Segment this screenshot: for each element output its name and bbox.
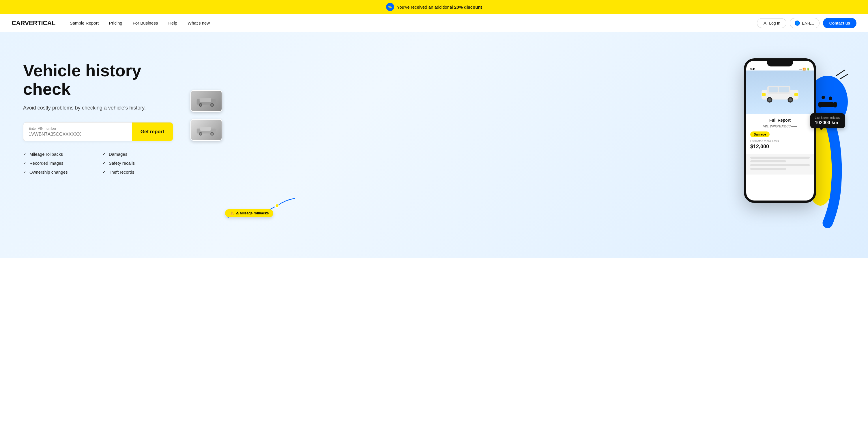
svg-point-0 (765, 22, 766, 23)
svg-point-6 (211, 104, 213, 106)
feature-recorded-images: ✓ Recorded images (23, 161, 94, 166)
phone-report-section: Full Report VIN: 1VWBN7A35CC•••••• Damag… (746, 114, 814, 154)
check-icon-1: ✓ (23, 152, 27, 156)
main-nav: CARVERTICAL Sample Report Pricing For Bu… (0, 14, 868, 32)
svg-rect-8 (200, 127, 211, 131)
nav-link-sample-report[interactable]: Sample Report (70, 21, 99, 25)
nav-right: Log In 🌐 EN-EU Contact us (757, 18, 857, 28)
feature-safety-recalls: ✓ Safety recalls (102, 161, 173, 166)
hero-title: Vehicle history check (23, 61, 173, 98)
repair-label: Estimated repair costs (750, 140, 810, 143)
svg-rect-30 (833, 102, 837, 108)
phone-notch (767, 61, 793, 66)
user-icon (763, 21, 767, 25)
nav-links: Sample Report Pricing For Business Help … (70, 21, 757, 25)
car-thumbnail-2 (190, 119, 222, 141)
svg-rect-29 (818, 102, 822, 108)
svg-point-5 (200, 104, 202, 106)
check-icon-5: ✓ (23, 170, 27, 174)
promo-banner: % You've received an additional 20% disc… (0, 0, 868, 14)
svg-rect-22 (795, 93, 798, 96)
check-icon-6: ✓ (102, 170, 106, 174)
line-3 (750, 164, 810, 166)
feature-theft-records: ✓ Theft records (102, 170, 173, 174)
vin-input-area: Enter VIN number (23, 122, 132, 141)
mileage-badge-value: 102000 km (815, 120, 840, 125)
language-selector[interactable]: 🌐 EN-EU (790, 18, 819, 28)
mileage-badge-label: Last known mileage (815, 116, 840, 119)
contact-button[interactable]: Contact us (823, 18, 857, 28)
phone-bottom (746, 154, 814, 174)
svg-rect-21 (762, 93, 766, 96)
vin-label: Enter VIN number (29, 126, 127, 131)
logo[interactable]: CARVERTICAL (11, 19, 55, 27)
vin-input[interactable] (29, 132, 127, 137)
hero-subtitle: Avoid costly problems by checking a vehi… (23, 104, 173, 112)
phone-car-display (746, 70, 814, 114)
svg-point-23 (275, 204, 279, 207)
hero-section: Vehicle history check Avoid costly probl… (0, 32, 868, 258)
discount-icon: % (386, 3, 394, 11)
line-2 (750, 160, 786, 162)
car-thumbnail-1 (190, 90, 222, 112)
svg-point-27 (829, 96, 832, 100)
chart-area (225, 194, 300, 223)
feature-damages: ✓ Damages (102, 152, 173, 157)
report-title: Full Report (750, 118, 810, 122)
nav-link-whats-new[interactable]: What's new (188, 21, 210, 25)
globe-icon: 🌐 (795, 21, 800, 26)
mileage-rollback-badge: ⚠️ ⚠ Mileage rollbacks (225, 209, 273, 217)
feature-ownership-changes: ✓ Ownership changes (23, 170, 94, 174)
svg-line-31 (836, 70, 845, 76)
features-grid: ✓ Mileage rollbacks ✓ Damages ✓ Recorded… (23, 152, 173, 174)
svg-rect-16 (779, 87, 789, 92)
damage-badge: Damage (750, 132, 770, 137)
phone-status-bar: 9:41 ▪▪▪ 📶 🔋 (746, 66, 814, 70)
login-button[interactable]: Log In (757, 18, 786, 28)
phone-vin: VIN: 1VWBN7A35CC•••••• (750, 125, 810, 128)
vin-form: Enter VIN number Get report (23, 122, 173, 141)
check-icon-2: ✓ (102, 152, 106, 156)
hero-right: 9:41 ▪▪▪ 📶 🔋 Full Report (173, 55, 851, 258)
check-icon-4: ✓ (102, 161, 106, 165)
nav-link-for-business[interactable]: For Business (133, 21, 158, 25)
svg-point-26 (822, 96, 825, 99)
feature-mileage-rollbacks: ✓ Mileage rollbacks (23, 152, 94, 157)
line-1 (750, 157, 810, 159)
svg-point-18 (768, 98, 771, 102)
warning-icon: ⚠️ (230, 211, 234, 215)
svg-point-11 (200, 133, 202, 135)
check-icon-3: ✓ (23, 161, 27, 165)
line-4 (750, 168, 786, 170)
svg-rect-15 (769, 87, 778, 92)
nav-link-help[interactable]: Help (168, 21, 177, 25)
repair-cost: $12,000 (750, 144, 810, 150)
get-report-button[interactable]: Get report (132, 122, 173, 141)
svg-line-32 (841, 74, 848, 79)
svg-point-20 (788, 98, 792, 102)
banner-text: You've received an additional 20% discou… (397, 5, 482, 9)
svg-point-12 (211, 133, 213, 135)
mileage-badge: Last known mileage 102000 km (810, 113, 845, 128)
svg-rect-2 (200, 98, 211, 102)
nav-link-pricing[interactable]: Pricing (109, 21, 122, 25)
hero-left: Vehicle history check Avoid costly probl… (23, 55, 173, 174)
phone-mockup: 9:41 ▪▪▪ 📶 🔋 Full Report (744, 58, 816, 203)
